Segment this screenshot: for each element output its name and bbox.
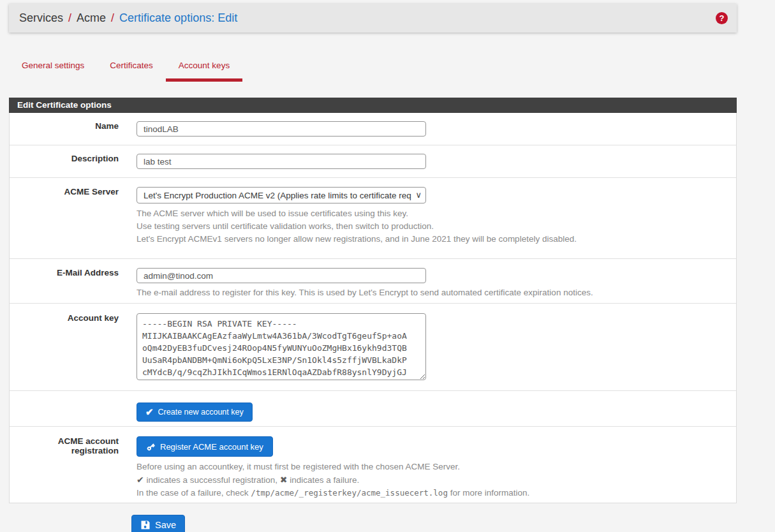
breadcrumb: Services / Acme / Certificate options: E…	[9, 4, 737, 33]
description-label: Description	[10, 154, 137, 169]
registration-help: Before using an accountkey, it must firs…	[137, 461, 736, 499]
acme-server-help-line1: The ACME server which will be used to is…	[137, 207, 736, 220]
tab-certificates[interactable]: Certificates	[97, 55, 166, 82]
form-row-registration: ACME account registration Register ACME …	[10, 427, 736, 503]
email-input[interactable]	[137, 268, 426, 283]
form-row-create-key: ✔ Create new account key	[10, 391, 736, 427]
register-account-key-label: Register ACME account key	[160, 442, 263, 452]
acme-server-select[interactable]: Let's Encrypt Production ACME v2 (Applie…	[137, 187, 426, 203]
check-icon: ✔	[145, 406, 154, 418]
description-input[interactable]	[137, 154, 426, 169]
save-button-label: Save	[155, 520, 176, 530]
log-path: /tmp/acme/_registerkey/acme_issuecert.lo…	[251, 488, 448, 498]
acme-server-help-line2: Use testing servers until certificate va…	[137, 220, 736, 233]
breadcrumb-current-link[interactable]: Certificate options: Edit	[119, 11, 237, 25]
chevron-down-icon: ∨	[415, 190, 422, 200]
success-check-icon: ✔	[137, 475, 144, 485]
name-label: Name	[10, 121, 137, 137]
create-account-key-label: Create new account key	[158, 408, 244, 417]
key-icon	[146, 442, 156, 452]
save-button[interactable]: Save	[131, 515, 185, 532]
registration-help-line3: In the case of a failure, check /tmp/acm…	[137, 487, 736, 499]
failure-x-icon: ✖	[280, 475, 288, 485]
save-icon	[140, 520, 151, 530]
form-row-account-key: Account key -----BEGIN RSA PRIVATE KEY--…	[10, 304, 736, 391]
tab-account-keys[interactable]: Account keys	[166, 55, 242, 82]
registration-label: ACME account registration	[10, 436, 137, 499]
panel-title: Edit Certificate options	[9, 98, 737, 113]
tab-general-settings[interactable]: General settings	[9, 55, 97, 82]
acme-server-help: The ACME server which will be used to is…	[137, 207, 736, 246]
breadcrumb-separator: /	[111, 11, 114, 25]
form-row-email: E-Mail Address The e-mail address to reg…	[10, 259, 736, 304]
tab-bar: General settings Certificates Account ke…	[9, 55, 775, 82]
name-input[interactable]	[137, 121, 426, 137]
email-help: The e-mail address to register for this …	[137, 286, 736, 299]
registration-help-line2: ✔ indicates a successful registration, ✖…	[137, 473, 736, 487]
breadcrumb-services[interactable]: Services	[19, 11, 63, 25]
registration-help-line1: Before using an accountkey, it must firs…	[137, 461, 736, 473]
edit-certificate-options-panel: Edit Certificate options Name Descriptio…	[9, 98, 737, 503]
register-account-key-button[interactable]: Register ACME account key	[137, 436, 273, 457]
account-key-textarea[interactable]: -----BEGIN RSA PRIVATE KEY----- MIIJKAIB…	[137, 313, 426, 380]
acme-server-help-line3: Let's Encrypt ACMEv1 servers no longer a…	[137, 233, 736, 246]
account-key-label: Account key	[10, 313, 137, 383]
form-row-description: Description	[10, 145, 736, 178]
email-label: E-Mail Address	[10, 268, 137, 299]
acme-server-label: ACME Server	[10, 187, 137, 246]
create-account-key-button[interactable]: ✔ Create new account key	[137, 403, 253, 422]
form-row-name: Name	[10, 113, 736, 145]
form-row-acme-server: ACME Server Let's Encrypt Production ACM…	[10, 178, 736, 259]
acme-server-selected-value: Let's Encrypt Production ACME v2 (Applie…	[144, 191, 411, 200]
breadcrumb-separator: /	[68, 11, 71, 25]
breadcrumb-acme[interactable]: Acme	[77, 11, 106, 25]
help-icon[interactable]: ?	[716, 12, 728, 24]
